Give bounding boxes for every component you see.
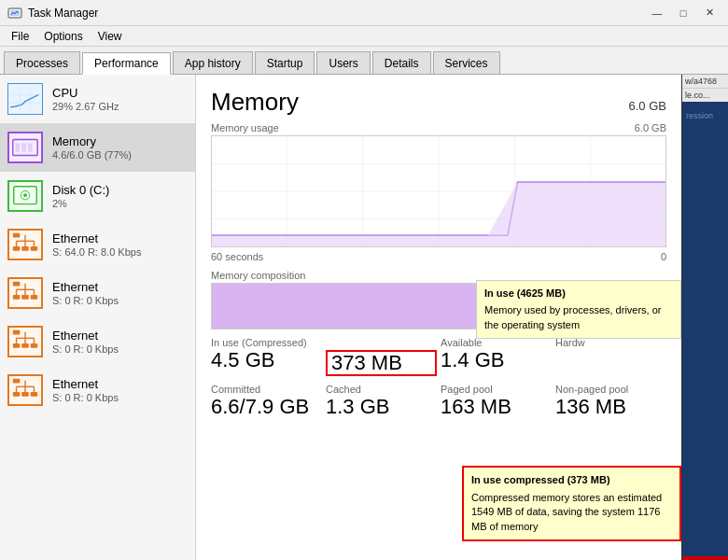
available-value: 1.4 GB [441,350,552,371]
menu-file[interactable]: File [4,28,36,45]
window-controls: — □ ✕ [646,5,721,21]
maximize-button[interactable]: □ [672,5,694,21]
sidebar-item-disk[interactable]: Disk 0 (C:) 2% [0,172,195,220]
svg-point-15 [23,193,27,197]
svg-rect-33 [13,295,21,300]
sidebar-item-ethernet-2[interactable]: Ethernet S: 0 R: 0 Kbps [0,269,195,317]
svg-rect-45 [31,343,38,348]
svg-rect-23 [13,246,21,251]
svg-rect-10 [21,143,26,151]
ethernet-1-name: Ethernet [52,231,188,245]
in-use-value: 4.5 GB [211,350,322,371]
paged-pool-value: 163 MB [441,397,552,417]
ethernet-4-name: Ethernet [52,377,188,391]
stat-in-use: In use (Compressed) 4.5 GB [211,337,322,376]
non-paged-pool-value: 136 MB [555,397,666,417]
time-start: 60 seconds [211,251,263,262]
stat-compressed: 373 MB [326,337,437,376]
memory-text: Memory 4.6/6.0 GB (77%) [52,134,188,161]
sidebar-item-cpu[interactable]: CPU 29% 2.67 GHz [0,75,195,123]
usage-chart-label: Memory usage [211,122,279,133]
svg-rect-54 [21,392,29,397]
tab-performance[interactable]: Performance [82,52,171,75]
svg-rect-11 [28,143,33,151]
tab-users[interactable]: Users [316,51,370,74]
ethernet-3-sub: S: 0 R: 0 Kbps [52,343,188,355]
stat-committed: Committed 6.6/7.9 GB [211,384,322,417]
memory-icon [7,132,43,163]
svg-rect-9 [16,143,21,151]
stats-grid: In use (Compressed) 4.5 GB 373 MB Availa… [211,337,666,417]
browser-text-1: ression [686,109,724,122]
stat-available: Available 1.4 GB [441,337,552,376]
comp-chart-label: Memory composition [211,270,305,281]
non-paged-pool-label: Non-paged pool [555,384,666,395]
sidebar-item-ethernet-1[interactable]: Ethernet S: 64.0 R: 8.0 Kbps [0,220,195,269]
sidebar-item-ethernet-4[interactable]: Ethernet S: 0 R: 0 Kbps [0,366,195,414]
stat-cached: Cached 1.3 GB [326,384,437,417]
committed-label: Committed [211,384,322,395]
browser-content: ression [682,102,728,556]
svg-rect-22 [13,233,21,238]
svg-rect-44 [21,343,29,348]
ethernet-2-text: Ethernet S: 0 R: 0 Kbps [52,280,188,306]
total-ram: 6.0 GB [629,99,666,113]
stat-non-paged-pool: Non-paged pool 136 MB [555,384,666,417]
memory-sub: 4.6/6.0 GB (77%) [52,149,188,161]
tab-app-history[interactable]: App history [173,51,253,74]
close-button[interactable]: ✕ [698,5,721,21]
tooltip-1-title: In use (4625 MB) [484,287,673,301]
ethernet-2-name: Ethernet [52,280,188,294]
content-header: Memory 6.0 GB [211,88,666,117]
browser-panel: w/a4768 le.co... ression [681,75,728,560]
minimize-button[interactable]: — [646,5,668,21]
cpu-text: CPU 29% 2.67 GHz [52,86,188,112]
compressed-value: 373 MB [326,350,437,376]
tab-processes[interactable]: Processes [4,51,80,74]
browser-url-1: w/a4768 [682,75,728,88]
tooltip-compressed: In use compressed (373 MB) Compressed me… [462,466,681,541]
main-container: CPU 29% 2.67 GHz Memory 4.6/6.0 GB (77%) [0,75,728,560]
committed-value: 6.6/7.9 GB [211,397,322,417]
sidebar-item-ethernet-3[interactable]: Ethernet S: 0 R: 0 Kbps [0,317,195,366]
usage-chart-label-row: Memory usage 6.0 GB [211,122,666,133]
svg-rect-34 [21,295,29,300]
in-use-label: In use (Compressed) [211,337,322,348]
ethernet-2-icon [7,277,43,309]
svg-rect-2 [10,87,40,112]
ethernet-4-sub: S: 0 R: 0 Kbps [52,392,188,403]
usage-chart-max: 6.0 GB [635,122,666,133]
ethernet-2-sub: S: 0 R: 0 Kbps [52,295,188,306]
svg-rect-32 [13,282,21,287]
cpu-name: CPU [52,86,188,100]
tab-bar: Processes Performance App history Startu… [0,47,728,75]
compressed-label [326,337,437,348]
tooltip-2-body: Compressed memory stores an estimated 15… [471,491,672,534]
tooltip-1-body: Memory used by processes, drivers, or th… [484,303,673,332]
memory-name: Memory [52,134,188,148]
disk-name: Disk 0 (C:) [52,183,188,197]
ethernet-3-name: Ethernet [52,329,188,343]
cached-value: 1.3 GB [326,397,437,417]
cpu-icon [7,83,43,115]
chart-time-row: 60 seconds 0 [211,251,666,262]
cpu-sub: 29% 2.67 GHz [52,101,188,112]
browser-url-2: le.co... [682,88,728,102]
red-accent [682,556,728,560]
tab-services[interactable]: Services [433,51,500,74]
tooltip-2-title: In use compressed (373 MB) [471,473,672,487]
svg-rect-52 [13,379,21,384]
ethernet-4-text: Ethernet S: 0 R: 0 Kbps [52,377,188,403]
disk-icon [7,180,43,212]
menu-bar: File Options View [0,26,728,47]
menu-options[interactable]: Options [36,28,90,45]
stat-hardware: Hardw [555,337,666,376]
sidebar-item-memory[interactable]: Memory 4.6/6.0 GB (77%) [0,123,195,172]
menu-view[interactable]: View [91,28,130,45]
tab-details[interactable]: Details [372,51,431,74]
cached-label: Cached [326,384,437,395]
tab-startup[interactable]: Startup [255,51,315,74]
ethernet-1-text: Ethernet S: 64.0 R: 8.0 Kbps [52,231,188,258]
disk-text: Disk 0 (C:) 2% [52,183,188,209]
ethernet-1-sub: S: 64.0 R: 8.0 Kbps [52,246,188,258]
